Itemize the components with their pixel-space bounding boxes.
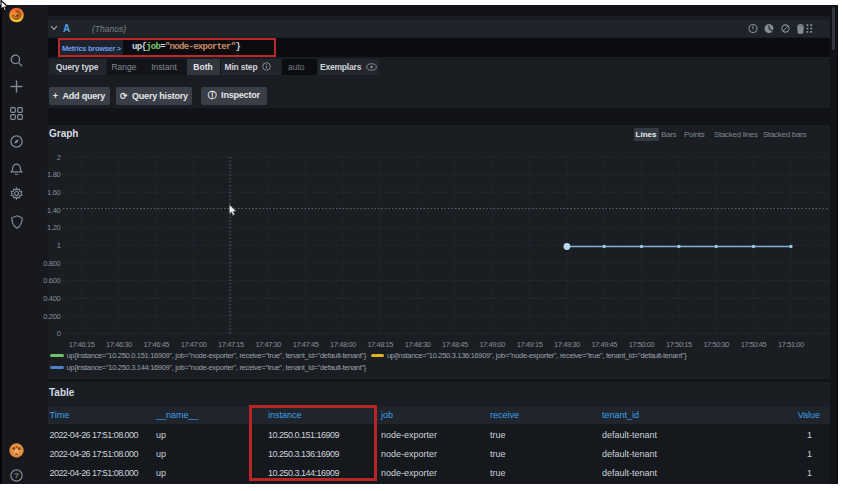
svg-text:17:47:00: 17:47:00 — [181, 340, 207, 349]
svg-text:17:50:15: 17:50:15 — [666, 340, 692, 349]
svg-text:1.80: 1.80 — [47, 170, 61, 179]
svg-text:17:46:45: 17:46:45 — [143, 340, 169, 349]
svg-text:?: ? — [14, 471, 19, 480]
svg-text:1.20: 1.20 — [47, 223, 61, 232]
svg-text:17:48:30: 17:48:30 — [405, 340, 431, 349]
svg-text:0.400: 0.400 — [43, 294, 60, 303]
svg-text:17:50:30: 17:50:30 — [703, 340, 729, 349]
svg-text:17:50:45: 17:50:45 — [741, 340, 767, 349]
svg-text:2: 2 — [57, 153, 61, 162]
svg-text:17:49:15: 17:49:15 — [517, 340, 543, 349]
svg-text:17:49:00: 17:49:00 — [479, 340, 505, 349]
svg-text:0: 0 — [57, 329, 61, 338]
svg-text:0.800: 0.800 — [43, 259, 60, 268]
svg-text:17:50:00: 17:50:00 — [629, 340, 655, 349]
svg-text:17:47:30: 17:47:30 — [255, 340, 281, 349]
svg-text:1: 1 — [57, 241, 61, 250]
svg-text:17:47:45: 17:47:45 — [293, 340, 319, 349]
svg-text:17:47:15: 17:47:15 — [218, 340, 244, 349]
svg-text:0.200: 0.200 — [43, 312, 60, 321]
svg-text:17:48:00: 17:48:00 — [330, 340, 356, 349]
svg-text:17:51:00: 17:51:00 — [778, 340, 804, 349]
svg-text:17:46:15: 17:46:15 — [69, 340, 95, 349]
svg-text:1.60: 1.60 — [47, 188, 61, 197]
svg-text:17:46:30: 17:46:30 — [106, 340, 132, 349]
svg-text:17:48:15: 17:48:15 — [367, 340, 393, 349]
svg-text:0.600: 0.600 — [43, 276, 60, 285]
svg-text:17:49:30: 17:49:30 — [554, 340, 580, 349]
svg-text:1.40: 1.40 — [47, 206, 61, 215]
svg-text:17:48:45: 17:48:45 — [442, 340, 468, 349]
svg-text:17:49:45: 17:49:45 — [591, 340, 617, 349]
